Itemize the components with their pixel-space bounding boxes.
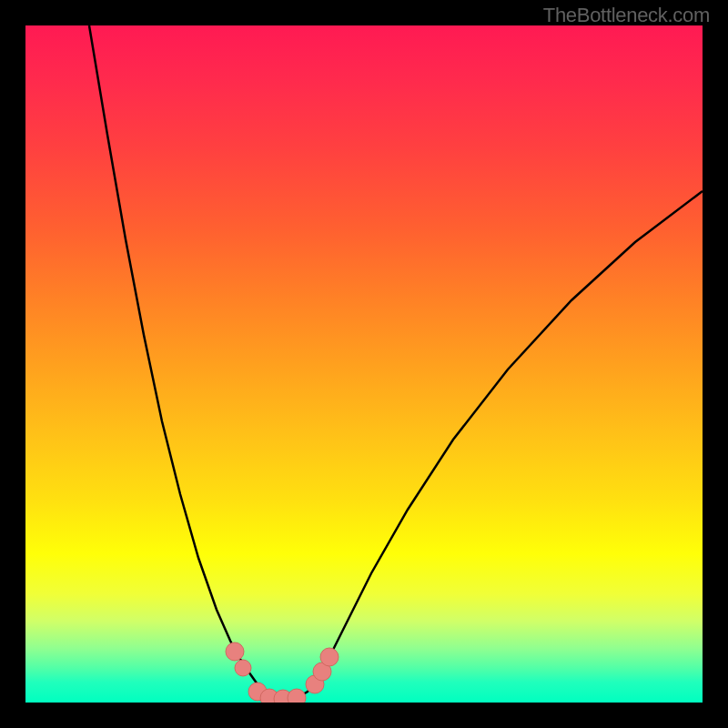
marker-dot [226,642,244,661]
chart-svg [25,25,703,703]
right-curve [285,191,703,699]
marker-dot [235,660,251,676]
marker-dot [320,648,339,666]
watermark-text: TheBottleneck.com [543,4,710,27]
left-curve [89,25,285,699]
marker-dot [288,689,306,703]
plot-area [25,25,703,703]
chart-container: TheBottleneck.com [0,0,728,728]
marker-group [226,642,339,703]
